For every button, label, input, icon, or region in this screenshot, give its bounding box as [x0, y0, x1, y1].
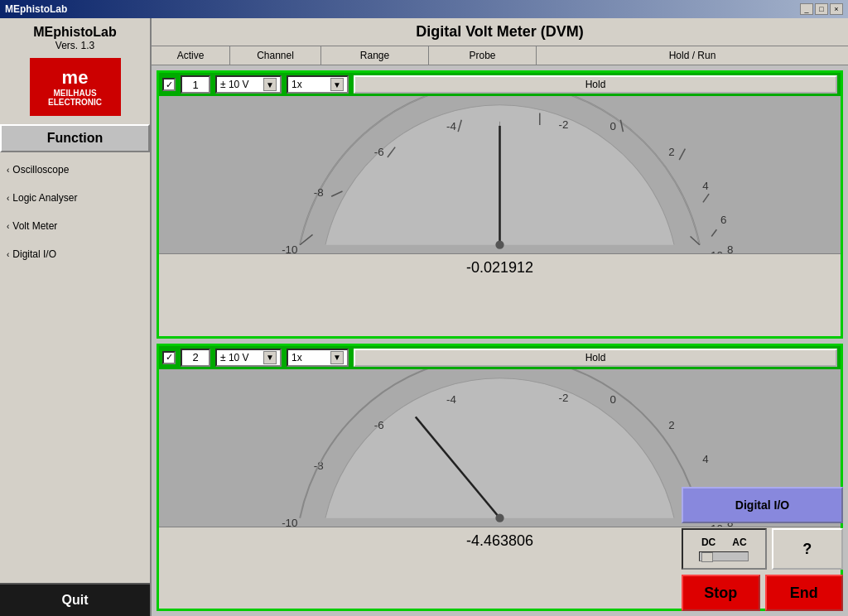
dc-label: DC: [701, 537, 716, 548]
sidebar-item-volt-meter[interactable]: ‹ Volt Meter: [0, 212, 150, 240]
title-bar: MEphistoLab _ □ ×: [0, 0, 848, 18]
main-content: Digital Volt Meter (DVM) Active Channel …: [152, 18, 848, 616]
logo: me MEILHAUS ELECTRONIC: [30, 58, 121, 116]
chevron-icon: ‹: [7, 250, 9, 259]
app-name: MEphistoLab: [33, 25, 116, 40]
dc-ac-slider[interactable]: [699, 551, 749, 561]
dc-ac-labels: DC AC: [701, 537, 747, 548]
svg-text:0: 0: [610, 120, 615, 132]
svg-text:-10: -10: [282, 517, 297, 527]
logo-electronic: ELECTRONIC: [48, 98, 102, 107]
bottom-controls: Digital I/O DC AC ? Stop: [682, 487, 843, 611]
dc-ac-thumb: [701, 552, 713, 562]
quit-button[interactable]: Quit: [0, 583, 150, 616]
function-label: Function: [0, 124, 150, 152]
dropdown-arrow-icon: ▼: [330, 351, 344, 364]
sidebar-item-oscilloscope[interactable]: ‹ Oscilloscope: [0, 156, 150, 184]
gauge-1-svg: -10 -8 -6 -4 -2: [159, 96, 841, 253]
sidebar: MEphistoLab Vers. 1.3 me MEILHAUS ELECTR…: [0, 18, 152, 616]
bottom-row-1: Digital I/O: [682, 487, 843, 523]
app-version: Vers. 1.3: [55, 40, 94, 51]
col-channel: Channel: [230, 46, 321, 65]
meter-1-range-select[interactable]: ± 10 V ▼: [215, 75, 282, 94]
svg-text:0: 0: [610, 393, 615, 406]
column-headers: Active Channel Range Probe Hold / Run: [152, 46, 848, 65]
meters-area: ✓ 1 ± 10 V ▼ 1x ▼ Hold: [152, 65, 848, 616]
sidebar-item-logic-analyser[interactable]: ‹ Logic Analyser: [0, 184, 150, 212]
svg-text:10: 10: [711, 249, 723, 253]
chevron-icon: ‹: [7, 194, 9, 203]
chevron-icon: ‹: [7, 166, 9, 175]
app-body: MEphistoLab Vers. 1.3 me MEILHAUS ELECTR…: [0, 18, 848, 616]
question-button[interactable]: ?: [772, 528, 844, 570]
meter-1-gauge: -10 -8 -6 -4 -2: [159, 96, 841, 253]
meter-2-hold-button[interactable]: Hold: [354, 349, 837, 367]
meter-1-probe-select[interactable]: 1x ▼: [287, 75, 349, 94]
bottom-row-3: Stop End: [682, 575, 843, 611]
close-button[interactable]: ×: [830, 3, 843, 15]
meter-1-channel: 1: [181, 75, 210, 94]
dc-ac-panel: DC AC: [682, 528, 767, 570]
logo-meilhaus: MEILHAUS: [53, 89, 96, 98]
dropdown-arrow-icon: ▼: [330, 78, 344, 91]
col-active: Active: [152, 46, 230, 65]
sidebar-item-label: Volt Meter: [12, 220, 57, 232]
svg-text:-6: -6: [374, 418, 384, 431]
svg-text:-4: -4: [446, 393, 456, 406]
meter-1-hold-button[interactable]: Hold: [354, 75, 837, 94]
svg-text:6: 6: [720, 214, 726, 226]
digital-io-button[interactable]: Digital I/O: [682, 487, 843, 523]
svg-text:2: 2: [668, 418, 674, 431]
chevron-icon: ‹: [7, 222, 9, 231]
svg-text:-10: -10: [282, 243, 297, 253]
meter-2-probe-select[interactable]: 1x ▼: [287, 349, 349, 367]
svg-text:-6: -6: [374, 146, 384, 158]
meter-1-checkbox[interactable]: ✓: [162, 78, 176, 91]
main-title: Digital Volt Meter (DVM): [152, 18, 848, 46]
dropdown-arrow-icon: ▼: [263, 351, 277, 364]
meter-2-checkbox[interactable]: ✓: [162, 351, 176, 364]
svg-point-24: [495, 241, 504, 249]
svg-text:-2: -2: [559, 118, 569, 131]
title-bar-text: MEphistoLab: [5, 3, 67, 15]
stop-button[interactable]: Stop: [682, 575, 760, 611]
meter-panel-1: ✓ 1 ± 10 V ▼ 1x ▼ Hold: [157, 70, 843, 339]
sidebar-item-label: Logic Analyser: [12, 192, 77, 204]
minimize-button[interactable]: _: [800, 3, 813, 15]
svg-text:4: 4: [702, 180, 709, 192]
svg-text:8: 8: [727, 243, 733, 253]
meter-2-range-select[interactable]: ± 10 V ▼: [215, 349, 282, 367]
svg-point-38: [495, 513, 504, 522]
ac-label: AC: [732, 537, 746, 548]
sidebar-item-label: Digital I/O: [12, 248, 56, 260]
svg-text:-8: -8: [314, 186, 324, 199]
col-range: Range: [321, 46, 429, 65]
dropdown-arrow-icon: ▼: [263, 78, 277, 91]
maximize-button[interactable]: □: [815, 3, 828, 15]
svg-text:-4: -4: [446, 120, 456, 132]
svg-text:4: 4: [702, 452, 709, 464]
sidebar-item-digital-io[interactable]: ‹ Digital I/O: [0, 240, 150, 268]
meter-row-2: ✓ 2 ± 10 V ▼ 1x ▼ Hold: [159, 346, 841, 369]
col-hold-run: Hold / Run: [537, 46, 848, 65]
meter-1-value: -0.021912: [159, 253, 841, 282]
end-button[interactable]: End: [765, 575, 844, 611]
title-bar-buttons: _ □ ×: [800, 3, 843, 15]
bottom-row-2: DC AC ?: [682, 528, 843, 570]
meter-2-channel: 2: [181, 349, 210, 367]
col-probe: Probe: [429, 46, 537, 65]
svg-text:-2: -2: [559, 392, 569, 404]
sidebar-item-label: Oscilloscope: [12, 164, 69, 176]
meter-row-1: ✓ 1 ± 10 V ▼ 1x ▼ Hold: [159, 73, 841, 96]
logo-me: me: [62, 67, 89, 89]
svg-text:2: 2: [668, 146, 674, 158]
